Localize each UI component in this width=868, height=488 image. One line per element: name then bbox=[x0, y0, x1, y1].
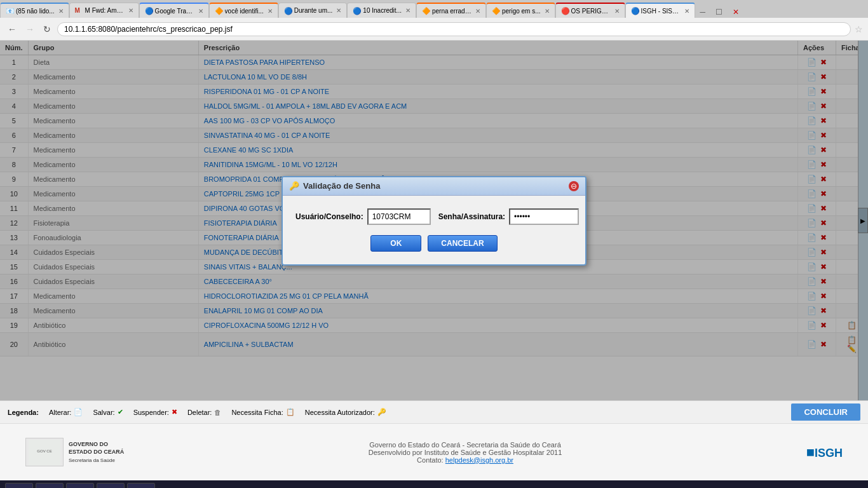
tab-close-1[interactable]: ✕ bbox=[58, 8, 64, 15]
gov-text: GOVERNO DO ESTADO DO CEARÁ Secretaria da… bbox=[69, 440, 124, 464]
legend-necessita-autorizador: Necessita Autorizador: 🔑 bbox=[305, 408, 386, 416]
tab-close-8[interactable]: ✕ bbox=[545, 8, 550, 15]
browser-chrome: 📧 (85 não lido... ✕ M M Fwd: Ambie... ✕ … bbox=[0, 0, 868, 41]
footer-line3: Contato: helpdesk@isgh.org.br bbox=[369, 456, 562, 464]
cancelar-button[interactable]: CANCELAR bbox=[428, 235, 497, 252]
store-taskbar-btn[interactable]: 🏪 bbox=[66, 483, 94, 488]
modal-overlay: 🔑 Validação de Senha ⊖ Usuário/Conselho:… bbox=[0, 41, 868, 400]
senha-input[interactable] bbox=[509, 208, 579, 225]
modal-form: Usuário/Conselho: Senha/Assinatura: bbox=[295, 208, 573, 225]
usuario-field: Usuário/Conselho: bbox=[295, 208, 431, 225]
legend-deletar-icon: 🗑 bbox=[214, 409, 221, 416]
legend-necessita-ficha-icon: 📋 bbox=[286, 408, 295, 416]
tab-close-5[interactable]: ✕ bbox=[336, 7, 341, 14]
tab-favicon-9: 🔴 bbox=[561, 7, 569, 15]
tab-4[interactable]: 🔶 você identifi... ✕ bbox=[209, 3, 278, 18]
tab-close-2[interactable]: ✕ bbox=[128, 7, 133, 14]
tab-label-10: ISGH - SISTE... bbox=[641, 8, 681, 15]
legend-alterar: Alterar: 📄 bbox=[49, 408, 83, 416]
back-button[interactable]: ← bbox=[5, 23, 19, 36]
tab-close-9[interactable]: ✕ bbox=[614, 8, 620, 15]
legend-necessita-ficha: Necessita Ficha: 📋 bbox=[231, 408, 294, 416]
gov-logo-image: GOV CE bbox=[25, 438, 64, 466]
tab-close-4[interactable]: ✕ bbox=[268, 8, 273, 15]
legend-suspender: Suspender: ✖ bbox=[133, 408, 177, 416]
gov-logo: GOV CE bbox=[25, 438, 64, 466]
tab-favicon-1: 📧 bbox=[6, 7, 13, 15]
tab-favicon-5: 🔵 bbox=[284, 7, 292, 15]
modal-close-button[interactable]: ⊖ bbox=[569, 181, 579, 191]
ie-taskbar-btn[interactable]: 🌐 bbox=[5, 483, 33, 488]
footer-center: Governo do Estado do Ceará - Secretaria … bbox=[369, 441, 562, 464]
folder-taskbar-btn[interactable]: 📁 bbox=[36, 483, 64, 488]
legend-deletar: Deletar: 🗑 bbox=[187, 409, 222, 416]
legend-deletar-label: Deletar: bbox=[187, 409, 212, 416]
tab-5[interactable]: 🔵 Durante um... ✕ bbox=[278, 3, 348, 18]
tab-favicon-6: 🔵 bbox=[353, 7, 360, 15]
legend-suspender-label: Suspender: bbox=[133, 409, 169, 416]
refresh-button[interactable]: ↻ bbox=[41, 23, 53, 36]
chrome-taskbar-btn[interactable]: 🔵 bbox=[97, 483, 125, 488]
taskbar: 🌐 📁 🏪 🔵 📊 🔼 🔊 POR 13:19 07/07/2014 bbox=[0, 480, 868, 488]
ppt-taskbar-btn[interactable]: 📊 bbox=[127, 483, 155, 488]
validation-modal: 🔑 Validação de Senha ⊖ Usuário/Conselho:… bbox=[281, 176, 587, 266]
tab-10[interactable]: 🔵 ISGH - SISTE... ✕ bbox=[625, 3, 695, 18]
footer-logo-left: GOV CE GOVERNO DO ESTADO DO CEARÁ Secret… bbox=[25, 438, 124, 466]
tab-label-9: OS PERIGOS... bbox=[571, 8, 611, 15]
tab-3[interactable]: 🔵 Google Tran... ✕ bbox=[139, 3, 209, 18]
legend-suspender-icon: ✖ bbox=[172, 408, 177, 416]
tab-close-3[interactable]: ✕ bbox=[198, 8, 203, 15]
tab-favicon-7: 🔶 bbox=[422, 7, 430, 15]
tab-1[interactable]: 📧 (85 não lido... ✕ bbox=[0, 3, 69, 18]
tab-8[interactable]: 🔶 perigo em s... ✕ bbox=[486, 3, 555, 18]
tab-9[interactable]: 🔴 OS PERIGOS... ✕ bbox=[555, 3, 625, 18]
senha-label: Senha/Assinatura: bbox=[438, 212, 505, 221]
tab-label-5: Durante um... bbox=[294, 7, 333, 14]
close-window-btn[interactable]: ✕ bbox=[730, 6, 742, 18]
tab-label-4: você identifi... bbox=[225, 8, 264, 15]
tab-7[interactable]: 🔶 perna errada... ✕ bbox=[416, 3, 486, 18]
maximize-window-btn[interactable]: ☐ bbox=[713, 6, 725, 18]
usuario-input[interactable] bbox=[367, 208, 431, 225]
concluir-button[interactable]: CONCLUIR bbox=[791, 403, 860, 421]
legend-salvar: Salvar: ✔ bbox=[93, 408, 123, 416]
legend-alterar-icon: 📄 bbox=[74, 408, 83, 416]
tab-favicon-4: 🔶 bbox=[215, 7, 222, 15]
key-icon: 🔑 bbox=[289, 181, 299, 191]
tab-label-7: perna errada... bbox=[432, 8, 471, 15]
tab-favicon-8: 🔶 bbox=[492, 7, 499, 15]
footer-email-link[interactable]: helpdesk@isgh.org.br bbox=[445, 456, 513, 464]
ok-button[interactable]: OK bbox=[370, 235, 421, 252]
tab-2[interactable]: M M Fwd: Ambie... ✕ bbox=[69, 3, 139, 18]
tab-label-6: 10 Inacredit... bbox=[363, 7, 402, 14]
tab-close-7[interactable]: ✕ bbox=[475, 8, 480, 15]
tab-label-1: (85 não lido... bbox=[16, 8, 55, 15]
tab-favicon-10: 🔵 bbox=[631, 7, 639, 15]
legend-title: Legenda: bbox=[8, 409, 39, 416]
footer-line1: Governo do Estado do Ceará - Secretaria … bbox=[369, 441, 562, 449]
legend-bar: Legenda: Alterar: 📄 Salvar: ✔ Suspender:… bbox=[0, 400, 868, 423]
tab-close-10[interactable]: ✕ bbox=[684, 8, 689, 15]
legend-necessita-autorizador-icon: 🔑 bbox=[377, 408, 386, 416]
svg-text:GOV CE: GOV CE bbox=[37, 449, 51, 453]
footer: GOV CE GOVERNO DO ESTADO DO CEARÁ Secret… bbox=[0, 423, 868, 480]
bookmark-star-button[interactable]: ☆ bbox=[855, 24, 863, 34]
tab-favicon-2: M bbox=[75, 7, 83, 15]
tab-favicon-3: 🔵 bbox=[145, 7, 153, 15]
tab-label-2: M Fwd: Ambie... bbox=[85, 7, 125, 14]
footer-line2: Desenvolvido por Instituto de Saúde e Ge… bbox=[369, 449, 562, 456]
legend-necessita-autorizador-label: Necessita Autorizador: bbox=[305, 409, 375, 416]
isgh-logo: ■ISGH bbox=[806, 444, 843, 461]
address-bar-row: ← → ↻ ☆ bbox=[0, 18, 868, 41]
legend-salvar-icon: ✔ bbox=[118, 408, 123, 416]
legend-necessita-ficha-label: Necessita Ficha: bbox=[231, 409, 283, 416]
modal-title: 🔑 Validação de Senha bbox=[289, 181, 380, 191]
forward-button[interactable]: → bbox=[23, 23, 37, 36]
tab-close-6[interactable]: ✕ bbox=[405, 7, 410, 14]
usuario-label: Usuário/Conselho: bbox=[295, 212, 363, 221]
tab-6[interactable]: 🔵 10 Inacredit... ✕ bbox=[347, 3, 416, 18]
senha-field: Senha/Assinatura: bbox=[438, 208, 579, 225]
minimize-window-btn[interactable]: ─ bbox=[698, 6, 709, 18]
address-input[interactable] bbox=[57, 22, 851, 36]
legend-alterar-label: Alterar: bbox=[49, 409, 71, 416]
